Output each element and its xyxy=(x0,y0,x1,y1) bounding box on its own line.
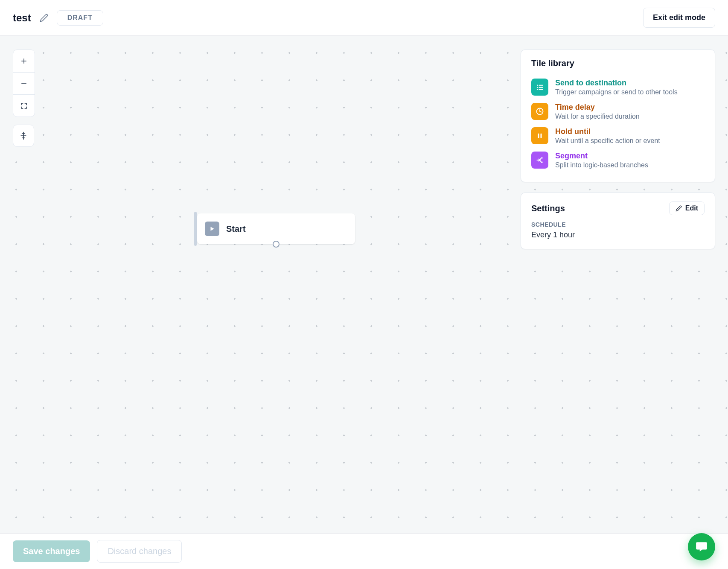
start-node-accent xyxy=(194,212,197,246)
settings-schedule-value: Every 1 hour xyxy=(531,231,705,239)
edit-settings-button[interactable]: Edit xyxy=(669,201,705,215)
tile-text: Send to destinationTrigger campaigns or … xyxy=(555,79,678,96)
align-icon xyxy=(19,131,28,140)
side-panels: Tile library Send to destinationTrigger … xyxy=(521,50,715,249)
tile-library-title: Tile library xyxy=(531,58,705,68)
start-node-label: Start xyxy=(226,224,246,234)
list-icon xyxy=(531,79,548,96)
settings-header: Settings Edit xyxy=(531,201,705,215)
play-icon xyxy=(205,222,219,236)
tile-text: Hold untilWait until a specific action o… xyxy=(555,127,660,145)
svg-point-9 xyxy=(537,89,538,90)
tile-clock[interactable]: Time delayWait for a specified duration xyxy=(531,99,705,124)
svg-point-7 xyxy=(537,87,538,88)
zoom-group xyxy=(13,50,35,117)
tile-list: Send to destinationTrigger campaigns or … xyxy=(531,75,705,172)
tile-text: Time delayWait for a specified duration xyxy=(555,103,640,120)
svg-rect-12 xyxy=(538,134,539,138)
tile-list[interactable]: Send to destinationTrigger campaigns or … xyxy=(531,75,705,99)
status-badge: DRAFT xyxy=(57,10,103,26)
tile-desc: Wait for a specified duration xyxy=(555,113,640,120)
minus-icon xyxy=(20,80,28,88)
page-title: test xyxy=(13,12,31,24)
tile-title: Send to destination xyxy=(555,79,678,88)
top-bar-left: test DRAFT xyxy=(13,10,103,26)
tile-desc: Split into logic-based branches xyxy=(555,161,648,169)
tile-title: Segment xyxy=(555,152,648,160)
svg-rect-13 xyxy=(541,134,542,138)
auto-layout-button[interactable] xyxy=(13,125,34,147)
svg-point-5 xyxy=(537,85,538,86)
exit-edit-mode-button[interactable]: Exit edit mode xyxy=(643,8,715,28)
plus-icon xyxy=(20,57,28,65)
save-changes-button[interactable]: Save changes xyxy=(13,540,90,562)
discard-changes-button[interactable]: Discard changes xyxy=(97,540,182,563)
start-node-output-port[interactable] xyxy=(273,241,280,248)
tile-title: Hold until xyxy=(555,127,660,136)
edit-settings-label: Edit xyxy=(685,204,698,212)
pencil-icon xyxy=(40,14,48,22)
rename-button[interactable] xyxy=(38,12,50,24)
footer-bar: Save changes Discard changes xyxy=(0,533,728,569)
fit-view-button[interactable] xyxy=(13,94,35,117)
clock-icon xyxy=(531,103,548,120)
svg-marker-4 xyxy=(211,227,214,231)
tile-desc: Trigger campaigns or send to other tools xyxy=(555,88,678,96)
zoom-out-button[interactable] xyxy=(13,72,35,94)
settings-panel: Settings Edit SCHEDULE Every 1 hour xyxy=(521,193,715,249)
fullscreen-icon xyxy=(20,102,28,110)
settings-title: Settings xyxy=(531,204,565,213)
tile-branch[interactable]: SegmentSplit into logic-based branches xyxy=(531,148,705,172)
tile-text: SegmentSplit into logic-based branches xyxy=(555,152,648,169)
canvas[interactable]: Start Tile library Send to destinationTr… xyxy=(0,36,728,533)
zoom-in-button[interactable] xyxy=(13,50,35,72)
top-bar: test DRAFT Exit edit mode xyxy=(0,0,728,36)
tile-title: Time delay xyxy=(555,103,640,112)
start-node[interactable]: Start xyxy=(197,213,355,244)
settings-schedule-label: SCHEDULE xyxy=(531,221,705,228)
tile-pause[interactable]: Hold untilWait until a specific action o… xyxy=(531,124,705,148)
pause-icon xyxy=(531,127,548,144)
pencil-icon xyxy=(676,205,682,212)
zoom-controls xyxy=(13,50,35,147)
branch-icon xyxy=(531,152,548,169)
tile-library-panel: Tile library Send to destinationTrigger … xyxy=(521,50,715,182)
chat-icon xyxy=(695,540,708,553)
chat-launcher-button[interactable] xyxy=(688,533,715,560)
tile-desc: Wait until a specific action or event xyxy=(555,137,660,145)
